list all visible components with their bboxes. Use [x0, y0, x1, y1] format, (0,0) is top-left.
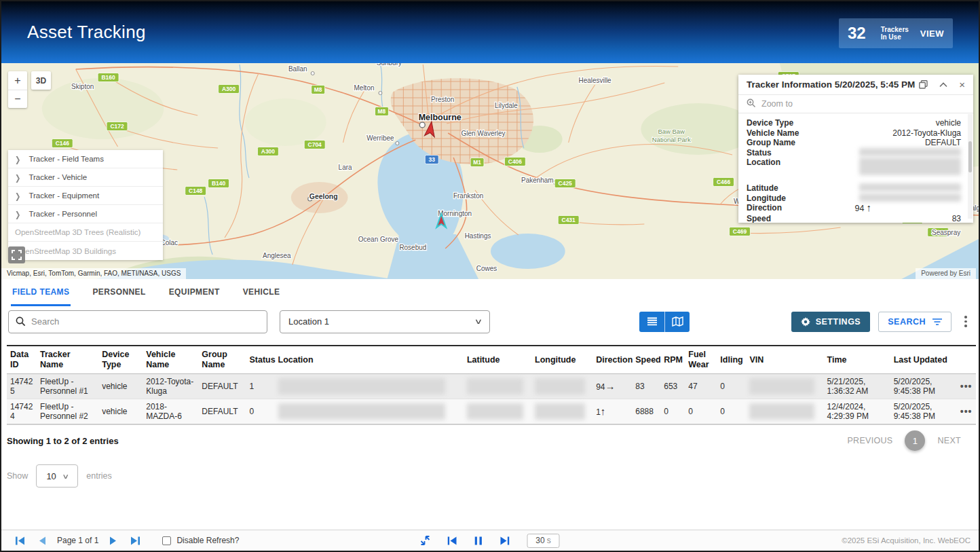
- cell-speed: 83: [632, 374, 660, 399]
- redacted-value: [859, 148, 961, 156]
- row-actions-icon[interactable]: •••: [960, 381, 973, 392]
- popup-field-label: Latitude: [747, 183, 778, 194]
- playback-end-icon[interactable]: [500, 536, 510, 545]
- popup-field-value: 2012-Toyota-Kluga: [892, 128, 961, 139]
- road-shield: C146: [52, 139, 73, 148]
- dock-icon[interactable]: [919, 80, 928, 89]
- page-title: Asset Tracking: [27, 22, 146, 43]
- column-header[interactable]: Speed: [632, 346, 660, 374]
- map-label: Preston: [431, 96, 454, 103]
- popup-title: Tracker Information 5/20/2025, 5:45 PM: [747, 79, 915, 90]
- column-header[interactable]: Vehicle Name: [143, 346, 198, 374]
- map-label: Frankston: [453, 192, 483, 200]
- column-header[interactable]: Group Name: [198, 346, 246, 374]
- previous-page-icon[interactable]: [31, 536, 53, 545]
- collapse-icon[interactable]: [939, 82, 947, 88]
- next-button[interactable]: NEXT: [937, 436, 961, 445]
- show-label: Show: [7, 471, 28, 481]
- column-header[interactable]: Status: [246, 346, 274, 374]
- map-label: Healesville: [578, 77, 611, 84]
- previous-button[interactable]: PREVIOUS: [847, 436, 892, 445]
- map-label: Sunbury: [377, 63, 402, 67]
- column-header[interactable]: Fuel Wear: [685, 346, 717, 374]
- map-view-button[interactable]: [664, 312, 690, 332]
- cell-actions: •••: [957, 374, 976, 399]
- popup-field-row: Speed83: [747, 214, 961, 223]
- popup-field-value: 83: [952, 214, 961, 223]
- redacted-value: [859, 194, 961, 202]
- column-header[interactable]: Last Updated: [890, 346, 957, 374]
- tracker-count-widget: 32 Trackers In Use VIEW: [839, 18, 953, 48]
- page-number-button[interactable]: 1: [905, 430, 925, 451]
- map[interactable]: B160C172A300C146A300C704B140C148M8M8C727…: [1, 63, 979, 279]
- more-options-icon[interactable]: [960, 316, 972, 327]
- tab-vehicle[interactable]: VEHICLE: [242, 279, 282, 306]
- location-value: Location 1: [288, 316, 329, 327]
- row-actions-icon[interactable]: •••: [960, 406, 973, 417]
- column-header[interactable]: Latitude: [464, 346, 531, 374]
- column-header[interactable]: Data ID: [7, 346, 37, 374]
- svg-text:C431: C431: [562, 217, 576, 223]
- last-page-icon[interactable]: [124, 536, 146, 545]
- column-header[interactable]: VIN: [746, 346, 823, 374]
- playback-start-icon[interactable]: [448, 536, 457, 545]
- popup-field-row: Direction94↑: [747, 203, 961, 214]
- map-3d-button[interactable]: 3D: [31, 71, 51, 90]
- next-page-icon[interactable]: [102, 536, 124, 545]
- popup-field-row: Device Typevehicle: [747, 118, 961, 128]
- direction-arrow-icon: ↑: [867, 202, 872, 213]
- popup-scrollbar[interactable]: [968, 114, 973, 219]
- column-header[interactable]: Direction: [592, 346, 632, 374]
- first-page-icon[interactable]: [10, 536, 31, 545]
- close-icon[interactable]: ×: [959, 79, 965, 90]
- list-view-button[interactable]: [639, 312, 664, 332]
- redacted-value: [278, 378, 446, 394]
- column-header[interactable]: Location: [275, 346, 464, 374]
- tab-equipment[interactable]: EQUIPMENT: [168, 279, 221, 306]
- column-header[interactable]: Idling: [717, 346, 746, 374]
- table-row[interactable]: 147424FleetUp - Personnel #2vehicle2018-…: [7, 399, 976, 425]
- app-header: Asset Tracking 32 Trackers In Use VIEW: [1, 1, 979, 63]
- location-select[interactable]: Location 1 ∨: [280, 310, 490, 333]
- column-header[interactable]: Device Type: [98, 346, 143, 374]
- layer-item[interactable]: ❯Tracker - Equipment: [8, 187, 163, 205]
- tab-field-teams[interactable]: FIELD TEAMS: [11, 279, 71, 306]
- layer-item[interactable]: ❯Tracker - Field Teams: [8, 150, 163, 168]
- disable-refresh-checkbox[interactable]: [162, 536, 171, 545]
- cell-data-id: 147424: [7, 399, 37, 425]
- search-input[interactable]: [31, 316, 260, 327]
- layer-item-label: Tracker - Personnel: [29, 210, 97, 218]
- map-zoom-control: + −: [8, 71, 27, 108]
- zoom-in-button[interactable]: +: [8, 71, 27, 90]
- fullscreen-icon[interactable]: [8, 246, 25, 263]
- map-label: Rosebud: [399, 244, 426, 251]
- cell-speed: 6888: [632, 399, 660, 425]
- column-header[interactable]: Time: [824, 346, 890, 374]
- svg-text:C172: C172: [110, 123, 124, 130]
- column-header[interactable]: RPM: [660, 346, 685, 374]
- chevron-down-icon: ∨: [474, 317, 483, 326]
- column-header[interactable]: Tracker Name: [37, 346, 98, 374]
- search-filter-button[interactable]: SEARCH: [878, 312, 951, 332]
- popup-field-label: Speed: [747, 214, 771, 223]
- map-label: Skipton: [71, 83, 94, 90]
- layer-item[interactable]: ❯Tracker - Vehicle: [8, 168, 163, 187]
- settings-button[interactable]: SETTINGS: [791, 312, 871, 332]
- zoom-to-action[interactable]: Zoom to: [738, 95, 973, 113]
- cell-location: [275, 374, 464, 399]
- tracker-count-label: Trackers In Use: [881, 26, 909, 41]
- collapse-panel-icon[interactable]: [421, 536, 430, 545]
- refresh-interval-input[interactable]: 30 s: [527, 534, 560, 548]
- pause-icon[interactable]: [475, 536, 483, 545]
- table-row[interactable]: 147425FleetUp - Personnel #1vehicle2012-…: [7, 374, 976, 399]
- column-header[interactable]: Longitude: [531, 346, 592, 374]
- zoom-out-button[interactable]: −: [8, 90, 27, 108]
- cell-data-id: 147425: [7, 374, 37, 399]
- tab-personnel[interactable]: PERSONNEL: [91, 279, 147, 306]
- road-shield: C172: [107, 122, 128, 131]
- layer-item[interactable]: ❯Tracker - Personnel: [8, 205, 163, 223]
- view-button[interactable]: VIEW: [920, 29, 944, 39]
- page-size-select[interactable]: 10 ∨: [36, 464, 78, 487]
- road-shield: 33: [425, 155, 438, 164]
- disable-refresh-label: Disable Refresh?: [176, 536, 239, 545]
